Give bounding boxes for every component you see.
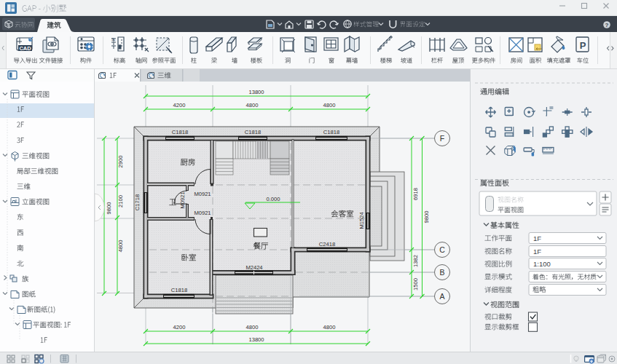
svg-text:9800: 9800 (106, 202, 112, 215)
svg-text:4800: 4800 (323, 102, 336, 108)
svg-text:M0921: M0921 (194, 191, 211, 197)
svg-text:13800: 13800 (248, 89, 264, 95)
svg-text:9800: 9800 (423, 211, 430, 223)
svg-text:1F: 1F (533, 234, 541, 242)
svg-text:2900: 2900 (117, 156, 124, 168)
svg-text:1382: 1382 (412, 255, 419, 267)
svg-text:C1818: C1818 (323, 129, 339, 135)
svg-text:CAD: CAD (19, 45, 31, 52)
svg-text:1500: 1500 (412, 278, 419, 290)
svg-text:13800: 13800 (248, 336, 264, 343)
svg-text:4800: 4800 (246, 102, 259, 108)
svg-text:4200: 4200 (173, 324, 186, 331)
svg-text:C1818: C1818 (245, 129, 261, 135)
svg-text:C1818: C1818 (171, 287, 187, 293)
svg-text:M0921: M0921 (179, 191, 186, 208)
svg-text:4800: 4800 (246, 324, 259, 331)
svg-text:0.000: 0.000 (266, 196, 280, 202)
svg-text:4800: 4800 (323, 324, 336, 331)
svg-text:?: ? (605, 22, 609, 28)
svg-text:M2424: M2424 (245, 264, 262, 271)
svg-text:F: F (440, 134, 444, 143)
svg-text:1:100: 1:100 (533, 260, 551, 268)
svg-text:C1818: C1818 (172, 129, 188, 135)
svg-text:C1718: C1718 (134, 194, 141, 210)
svg-text:SL: SL (111, 38, 116, 41)
svg-text:A: A (439, 292, 444, 301)
svg-text:C2418: C2418 (319, 241, 335, 248)
svg-text:6918: 6918 (412, 188, 419, 200)
svg-text:C: C (439, 245, 445, 254)
svg-text:B: B (439, 268, 444, 277)
svg-text:P: P (580, 40, 586, 51)
svg-text:M0921: M0921 (194, 210, 211, 216)
svg-text:M1524: M1524 (358, 212, 365, 229)
svg-text:4200: 4200 (173, 102, 186, 108)
svg-text:1F: 1F (533, 248, 541, 256)
svg-text:2100: 2100 (117, 195, 124, 207)
svg-text:4800: 4800 (117, 240, 124, 253)
